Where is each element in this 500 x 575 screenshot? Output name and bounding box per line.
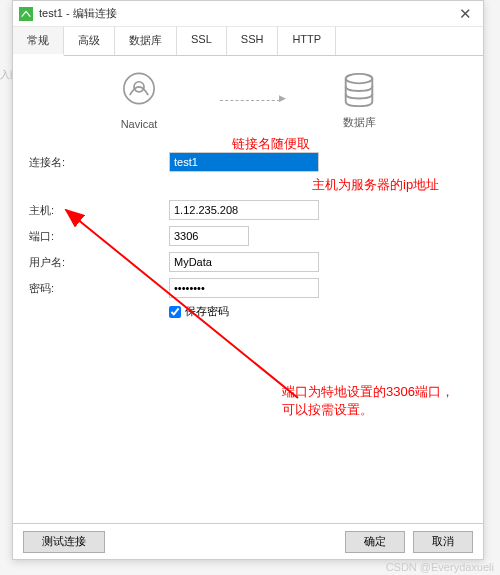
host-input[interactable] — [169, 200, 319, 220]
navicat-icon — [118, 70, 160, 112]
svg-point-1 — [124, 73, 154, 103]
window-title: test1 - 编辑连接 — [39, 6, 453, 21]
svg-rect-0 — [20, 8, 32, 20]
close-icon: ✕ — [459, 5, 472, 23]
test-connection-button[interactable]: 测试连接 — [23, 531, 105, 553]
dialog-footer: 测试连接 确定 取消 — [13, 523, 483, 559]
database-icon — [340, 71, 378, 109]
cancel-button[interactable]: 取消 — [413, 531, 473, 553]
port-label: 端口: — [29, 229, 169, 244]
dialog-window: test1 - 编辑连接 ✕ 常规 高级 数据库 SSL SSH HTTP Na… — [12, 0, 484, 560]
database-label: 数据库 — [343, 115, 376, 130]
tab-general[interactable]: 常规 — [13, 27, 64, 56]
connector-line — [220, 100, 280, 101]
tab-ssl[interactable]: SSL — [177, 27, 227, 55]
pass-input[interactable] — [169, 278, 319, 298]
host-label: 主机: — [29, 203, 169, 218]
conn-name-input[interactable] — [169, 152, 319, 172]
save-pass-checkbox[interactable] — [169, 306, 181, 318]
port-input[interactable] — [169, 226, 249, 246]
navicat-label: Navicat — [121, 118, 158, 130]
dialog-content: Navicat 数据库 连接名: 主机: 端口: — [13, 56, 483, 523]
user-label: 用户名: — [29, 255, 169, 270]
tab-database[interactable]: 数据库 — [115, 27, 177, 55]
titlebar: test1 - 编辑连接 ✕ — [13, 1, 483, 27]
navicat-app-icon — [19, 7, 33, 21]
tab-ssh[interactable]: SSH — [227, 27, 279, 55]
close-button[interactable]: ✕ — [453, 2, 477, 26]
user-input[interactable] — [169, 252, 319, 272]
svg-point-3 — [346, 73, 373, 83]
tab-http[interactable]: HTTP — [278, 27, 336, 55]
tab-bar: 常规 高级 数据库 SSL SSH HTTP — [13, 27, 483, 56]
watermark: CSDN @Everydaxueli — [386, 561, 494, 573]
tab-advanced[interactable]: 高级 — [64, 27, 115, 55]
conn-name-label: 连接名: — [29, 155, 169, 170]
pass-label: 密码: — [29, 281, 169, 296]
save-pass-label: 保存密码 — [185, 304, 229, 319]
connection-diagram: Navicat 数据库 — [29, 70, 467, 130]
ok-button[interactable]: 确定 — [345, 531, 405, 553]
